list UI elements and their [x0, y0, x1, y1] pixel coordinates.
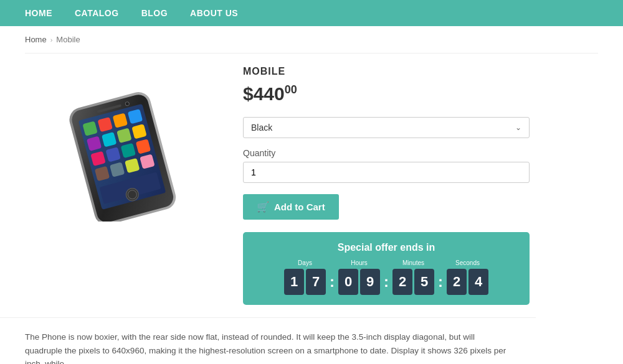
minutes-digit-1: 2 [392, 269, 412, 295]
hours-block: Hours 0 9 [338, 259, 380, 295]
nav-home[interactable]: HOME [25, 8, 52, 18]
seconds-digit-1: 2 [447, 269, 467, 295]
seconds-digits: 2 4 [447, 269, 488, 295]
days-label: Days [298, 259, 312, 266]
color-select[interactable]: Black White Silver [244, 118, 508, 138]
price-whole: $440 [243, 83, 285, 104]
product-description: The Phone is now boxier, with the rear s… [0, 317, 536, 364]
minutes-digits: 2 5 [392, 269, 434, 295]
nav-catalog[interactable]: CATALOG [75, 8, 119, 18]
colon-3: : [437, 264, 444, 291]
color-select-wrap[interactable]: Black White Silver ⌄ [243, 117, 530, 138]
breadcrumb-separator: › [50, 36, 53, 44]
price-cents: 00 [285, 83, 297, 96]
product-price: $44000 [243, 83, 573, 105]
minutes-digit-2: 5 [414, 269, 434, 295]
seconds-label: Seconds [455, 259, 480, 266]
quantity-input[interactable] [243, 162, 530, 183]
breadcrumb-home[interactable]: Home [25, 35, 47, 44]
chevron-down-icon: ⌄ [508, 118, 529, 137]
breadcrumb: Home › Mobile [0, 26, 623, 53]
seconds-digit-2: 4 [468, 269, 488, 295]
seconds-block: Seconds 2 4 [447, 259, 488, 295]
cart-icon: 🛒 [257, 201, 269, 213]
add-to-cart-label: Add to Cart [274, 202, 325, 212]
hours-label: Hours [351, 259, 368, 266]
days-digit-2: 7 [306, 269, 326, 295]
countdown-title: Special offer ends in [255, 242, 517, 253]
quantity-label: Quantity [243, 148, 573, 158]
hours-digit-1: 0 [338, 269, 358, 295]
nav-blog[interactable]: BLOG [141, 8, 168, 18]
description-text: The Phone is now boxier, with the rear s… [25, 330, 511, 364]
days-digits: 1 7 [284, 269, 326, 295]
hours-digit-2: 9 [360, 269, 380, 295]
days-block: Days 1 7 [284, 259, 326, 295]
colon-2: : [383, 264, 390, 291]
product-title: MOBILE [243, 66, 573, 77]
countdown-timer: Days 1 7 : Hours 0 9 : [255, 259, 517, 295]
days-digit-1: 1 [284, 269, 304, 295]
page-content: MOBILE $44000 Black White Silver ⌄ Quant… [0, 54, 598, 317]
minutes-block: Minutes 2 5 [392, 259, 434, 295]
product-details: MOBILE $44000 Black White Silver ⌄ Quant… [243, 66, 573, 305]
countdown-box: Special offer ends in Days 1 7 : Hours 0 [243, 232, 530, 305]
product-image-area [25, 66, 218, 305]
breadcrumb-current: Mobile [56, 35, 80, 44]
minutes-label: Minutes [402, 259, 424, 266]
add-to-cart-button[interactable]: 🛒 Add to Cart [243, 194, 339, 220]
colon-1: : [328, 264, 336, 291]
nav-about-us[interactable]: ABOUT US [190, 8, 238, 18]
phone-svg [37, 85, 206, 222]
hours-digits: 0 9 [338, 269, 380, 295]
product-image [37, 85, 206, 222]
main-nav: HOME CATALOG BLOG ABOUT US [0, 0, 623, 26]
